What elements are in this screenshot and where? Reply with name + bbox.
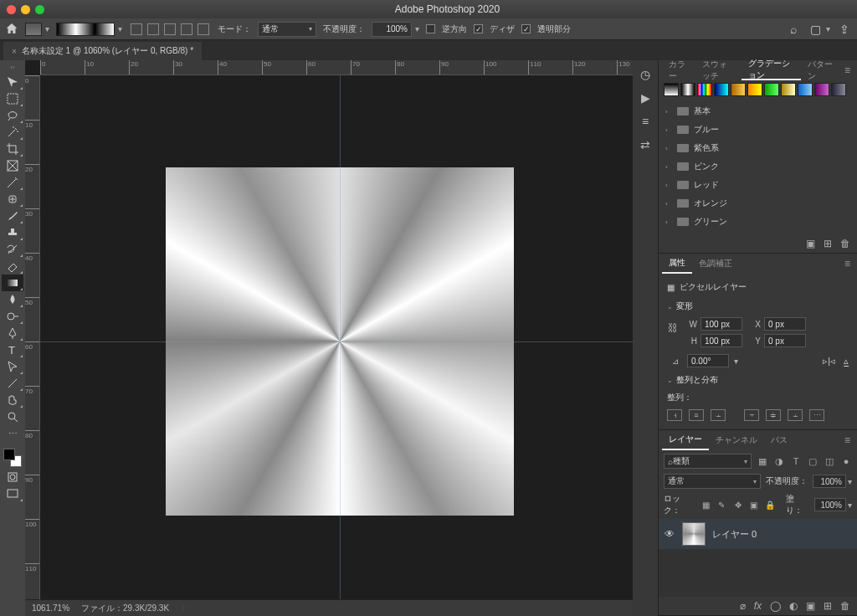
gradient-swatch[interactable]	[664, 83, 679, 96]
gradient-folder[interactable]: ›紫色系	[659, 139, 857, 157]
reverse-checkbox[interactable]	[426, 24, 435, 33]
lock-all-icon[interactable]: 🔒	[764, 499, 775, 511]
fill-input[interactable]: 100%	[814, 498, 846, 511]
gradient-tool[interactable]	[2, 275, 23, 291]
eraser-tool[interactable]	[2, 258, 23, 275]
group-icon[interactable]: ▣	[806, 600, 815, 612]
history-brush-tool[interactable]	[2, 241, 23, 258]
filter-adjust-icon[interactable]: ◑	[773, 455, 785, 467]
filter-type-icon[interactable]: T	[790, 455, 802, 467]
gradient-swatch[interactable]	[697, 83, 712, 96]
tool-preset-button[interactable]	[25, 23, 42, 36]
align-bottom-icon[interactable]: ⫠	[788, 409, 803, 421]
filter-shape-icon[interactable]: ▢	[807, 455, 819, 467]
gradient-folder[interactable]: ›ブルー	[659, 121, 857, 139]
lock-position-icon[interactable]: ✥	[732, 499, 743, 511]
y-input[interactable]: 0 px	[764, 334, 806, 347]
gradient-swatch[interactable]	[814, 83, 829, 96]
dodge-tool[interactable]	[2, 308, 23, 325]
adjustment-icon[interactable]: ◐	[789, 600, 798, 612]
zoom-tool[interactable]	[2, 408, 23, 425]
align-right-icon[interactable]: ⫠	[711, 409, 726, 421]
paragraph-panel-icon[interactable]: ⇄	[638, 137, 653, 152]
link-layers-icon[interactable]: ⌀	[740, 600, 746, 612]
fx-icon[interactable]: fx	[754, 600, 762, 612]
blur-tool[interactable]	[2, 291, 23, 308]
filter-pixel-icon[interactable]: ▦	[757, 455, 768, 467]
tab-gradients[interactable]: グラデーション	[742, 60, 801, 80]
lock-pixels-icon[interactable]: ✎	[716, 499, 727, 511]
minimize-window-icon[interactable]	[21, 5, 30, 14]
layer-blend-select[interactable]: 通常	[664, 474, 761, 489]
delete-layer-icon[interactable]: 🗑	[840, 600, 850, 612]
dither-checkbox[interactable]: ✓	[474, 24, 483, 33]
trash-icon[interactable]: 🗑	[840, 238, 850, 249]
ruler-horizontal[interactable]: 0 10 20 30 40 50 60 70 80 90 100 110 120…	[40, 60, 633, 75]
tab-swatches[interactable]: スウォッチ	[695, 60, 742, 80]
align-left-icon[interactable]: ⫞	[667, 409, 682, 421]
brush-settings-icon[interactable]: ≡	[638, 114, 653, 129]
gradient-swatch[interactable]	[764, 83, 779, 96]
gradient-folder[interactable]: ›レッド	[659, 176, 857, 194]
pen-tool[interactable]	[2, 325, 23, 341]
width-input[interactable]: 100 px	[700, 317, 742, 331]
layer-thumbnail[interactable]	[682, 522, 706, 546]
move-tool[interactable]	[2, 74, 23, 90]
flip-v-icon[interactable]: ▵̲	[844, 356, 849, 367]
visibility-icon[interactable]: 👁	[664, 528, 675, 540]
crop-tool[interactable]	[2, 141, 23, 157]
gradient-folder[interactable]: ›オレンジ	[659, 194, 857, 213]
color-swatches[interactable]	[2, 447, 23, 469]
shape-tool[interactable]	[2, 375, 23, 392]
gradient-swatch[interactable]	[831, 83, 846, 96]
ruler-vertical[interactable]: 0 10 20 30 40 50 60 70 80 90 100 110	[25, 75, 40, 599]
filter-smart-icon[interactable]: ◫	[824, 455, 835, 467]
workspace-icon[interactable]: ▢	[808, 22, 823, 37]
actions-panel-icon[interactable]: ▶	[638, 90, 653, 105]
new-layer-icon[interactable]: ⊞	[824, 600, 832, 612]
frame-tool[interactable]	[2, 157, 23, 174]
tab-layers[interactable]: レイヤー	[662, 430, 709, 450]
tab-properties[interactable]: 属性	[662, 254, 692, 274]
gradient-folder[interactable]: ›基本	[659, 102, 857, 121]
layer-name[interactable]: レイヤー 0	[712, 528, 757, 541]
path-select-tool[interactable]	[2, 358, 23, 375]
marquee-tool[interactable]	[2, 90, 23, 107]
guide-horizontal[interactable]	[40, 341, 633, 342]
search-icon[interactable]: ⌕	[786, 22, 801, 37]
tab-paths[interactable]: パス	[764, 430, 794, 450]
gradient-swatch[interactable]	[680, 83, 695, 96]
document-tab[interactable]: × 名称未設定 1 @ 1060% (レイヤー 0, RGB/8) *	[3, 42, 202, 60]
tab-adjustments[interactable]: 色調補正	[692, 254, 739, 274]
section-transform[interactable]: 変形	[676, 300, 693, 312]
tab-color[interactable]: カラー	[662, 60, 695, 80]
flip-h-icon[interactable]: ▹|◃	[823, 356, 835, 367]
gradient-swatch[interactable]	[798, 83, 813, 96]
mask-icon[interactable]: ◯	[770, 600, 781, 612]
blend-mode-select[interactable]: 通常	[258, 22, 316, 37]
home-icon[interactable]	[5, 23, 18, 36]
panel-menu-icon[interactable]: ≡	[841, 434, 854, 446]
gradient-folder[interactable]: ›グリーン	[659, 213, 857, 231]
healing-tool[interactable]	[2, 191, 23, 208]
gradient-swatch[interactable]	[781, 83, 796, 96]
canvas[interactable]	[40, 75, 633, 599]
diamond-gradient-icon[interactable]	[198, 23, 209, 35]
gradient-swatch[interactable]	[747, 83, 762, 96]
close-window-icon[interactable]	[7, 5, 16, 14]
align-vcenter-icon[interactable]: ≑	[766, 409, 781, 421]
close-tab-icon[interactable]: ×	[12, 47, 17, 56]
section-align[interactable]: 整列と分布	[676, 374, 718, 386]
layer-opacity-input[interactable]: 100%	[813, 475, 846, 488]
angle-input[interactable]: 0.00°	[687, 354, 729, 367]
panel-menu-icon[interactable]: ≡	[841, 64, 854, 76]
file-info[interactable]: ファイル：29.3K/29.3K	[81, 603, 169, 614]
stamp-tool[interactable]	[2, 224, 23, 241]
guide-vertical[interactable]	[340, 75, 341, 599]
magic-wand-tool[interactable]	[2, 124, 23, 141]
save-preset-icon[interactable]: ▣	[806, 238, 815, 249]
reflected-gradient-icon[interactable]	[181, 23, 192, 35]
zoom-readout[interactable]: 1061.71%	[32, 603, 69, 613]
layer-filter-select[interactable]: ⌕ 種類	[664, 454, 752, 469]
history-panel-icon[interactable]: ◷	[638, 67, 653, 82]
